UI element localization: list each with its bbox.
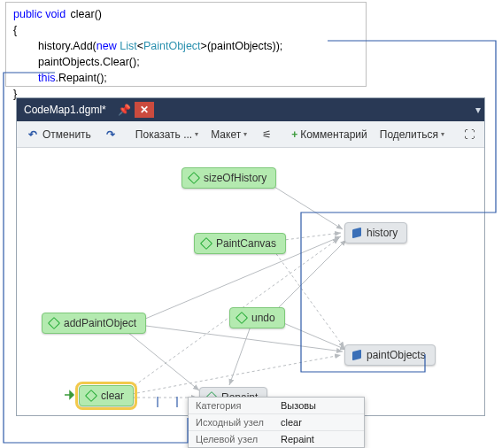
undo-icon: ↶	[26, 127, 40, 142]
plus-icon: +	[291, 128, 297, 141]
field-icon	[352, 228, 361, 238]
goto-arrow-icon[interactable]	[63, 389, 75, 401]
codemap-toolbar: ↶ Отменить ↷ Показать ...▾ Макет▾ ⚟ + Ко…	[17, 121, 484, 148]
node-addpaintobject[interactable]: addPaintObject	[42, 313, 146, 334]
window-menu-dropdown[interactable]: ▾	[475, 104, 481, 116]
svg-line-8	[275, 320, 346, 350]
node-history[interactable]: history	[344, 222, 407, 243]
redo-icon: ↷	[104, 127, 118, 142]
tooltip-key: Целевой узел	[196, 434, 281, 444]
node-clear[interactable]: clear	[79, 385, 134, 406]
method-icon	[236, 312, 248, 324]
tooltip-key: Исходный узел	[196, 417, 281, 428]
svg-line-5	[139, 325, 343, 351]
edge-tooltip: КатегорияВызовы Исходный узелclear Целев…	[188, 397, 365, 448]
code-editor-panel: public void clear() { history.Add(new Li…	[5, 2, 367, 87]
code-line-brace-open: {	[13, 22, 359, 38]
tooltip-value: Вызовы	[281, 400, 316, 411]
codemap-titlebar[interactable]: CodeMap1.dgml* 📌 ✕ ▾	[17, 98, 484, 121]
svg-line-6	[123, 328, 199, 390]
tooltip-value: Repaint	[281, 434, 314, 444]
method-icon	[85, 390, 97, 402]
codemap-canvas[interactable]: sizeOfHistory PaintCanvas addPaintObject…	[17, 148, 484, 415]
method-icon	[48, 317, 60, 329]
keyword: void	[45, 8, 66, 20]
pin-icon[interactable]: 📌	[115, 100, 135, 120]
keyword: public	[13, 8, 42, 20]
show-dropdown[interactable]: Показать ...▾	[132, 127, 202, 143]
field-icon	[352, 350, 361, 360]
node-sizeofhistory[interactable]: sizeOfHistory	[181, 167, 276, 189]
codemap-window: CodeMap1.dgml* 📌 ✕ ▾ ↶ Отменить ↷ Показа…	[16, 97, 485, 416]
method-name: clear	[71, 8, 95, 20]
redo-button[interactable]: ↷	[100, 126, 121, 143]
code-line-2: history.Add(new List<PaintObject>(paintO…	[13, 38, 359, 54]
layout-dropdown[interactable]: Макет▾	[207, 127, 251, 143]
tooltip-value: clear	[281, 417, 302, 428]
node-paintobjects[interactable]: paintObjects	[344, 344, 436, 366]
close-tab-button[interactable]: ✕	[135, 102, 154, 118]
fit-button[interactable]: ⛶	[459, 126, 480, 143]
codemap-title-text: CodeMap1.dgml*	[24, 104, 106, 116]
undo-button[interactable]: ↶ Отменить	[22, 126, 95, 143]
code-line-4: this.Repaint();	[13, 70, 359, 86]
method-icon	[200, 237, 212, 250]
filter-button[interactable]: ⚟	[256, 126, 277, 143]
filter-icon: ⚟	[259, 127, 274, 142]
code-line-1: public void clear()	[13, 6, 359, 22]
code-line-3: paintObjects.Clear();	[13, 54, 359, 70]
share-dropdown[interactable]: Поделиться▾	[376, 127, 448, 143]
method-icon	[188, 172, 200, 184]
tooltip-key: Категория	[196, 400, 281, 411]
node-undo[interactable]: undo	[229, 307, 285, 328]
comment-button[interactable]: + Комментарий	[288, 127, 371, 143]
node-paintcanvas[interactable]: PaintCanvas	[194, 233, 286, 254]
fit-icon: ⛶	[462, 127, 476, 142]
